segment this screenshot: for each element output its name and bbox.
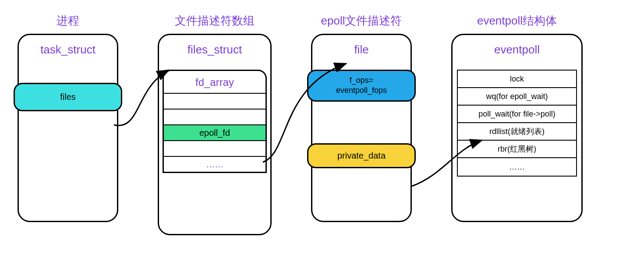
file-struct-box: file f_ops= eventpoll_fops private_data — [311, 34, 412, 222]
fd-row — [164, 109, 265, 124]
file-struct-name: file — [312, 43, 410, 57]
eventpoll-table: lock wq(for epoll_wait) poll_wait(for fi… — [457, 70, 577, 177]
eventpoll-struct-name: eventpoll — [453, 43, 581, 57]
col2-title: 文件描述符数组 — [175, 13, 255, 28]
fd-array-box: fd_array epoll_fd …… — [163, 70, 267, 173]
eventpoll-row: rdllist(就绪列表) — [458, 123, 576, 141]
col3-title: epoll文件描述符 — [321, 13, 402, 28]
fd-row-epoll: epoll_fd — [164, 124, 265, 140]
task-struct-box: task_struct files — [18, 34, 118, 222]
files-field: files — [14, 83, 122, 111]
fd-row — [164, 93, 265, 109]
fd-array-title: fd_array — [164, 71, 265, 93]
eventpoll-struct-box: eventpoll lock wq(for epoll_wait) poll_w… — [451, 34, 583, 222]
eventpoll-row: lock — [458, 71, 576, 88]
task-struct-name: task_struct — [19, 43, 117, 57]
files-struct-box: files_struct fd_array epoll_fd …… — [158, 34, 272, 235]
fd-row-ellipsis: …… — [164, 156, 265, 172]
eventpoll-row: wq(for epoll_wait) — [458, 88, 576, 106]
col4-title: eventpoll结构体 — [477, 13, 557, 28]
col1-title: 进程 — [57, 13, 79, 28]
fops-field: f_ops= eventpoll_fops — [307, 70, 416, 102]
eventpoll-row: rbr(红黑树) — [458, 141, 576, 158]
private-data-field: private_data — [307, 143, 416, 168]
eventpoll-row-ellipsis: …… — [458, 158, 576, 176]
eventpoll-row: poll_wait(for file->poll) — [458, 106, 576, 123]
col-process: 进程 task_struct files — [18, 13, 118, 222]
fd-row — [164, 140, 265, 156]
files-struct-name: files_struct — [159, 43, 270, 57]
col-file: epoll文件描述符 file f_ops= eventpoll_fops pr… — [311, 13, 412, 222]
col-eventpoll: eventpoll结构体 eventpoll lock wq(for epoll… — [451, 13, 583, 222]
col-fd-array: 文件描述符数组 files_struct fd_array epoll_fd …… — [158, 13, 272, 235]
diagram-root: 进程 task_struct files 文件描述符数组 files_struc… — [18, 13, 626, 235]
